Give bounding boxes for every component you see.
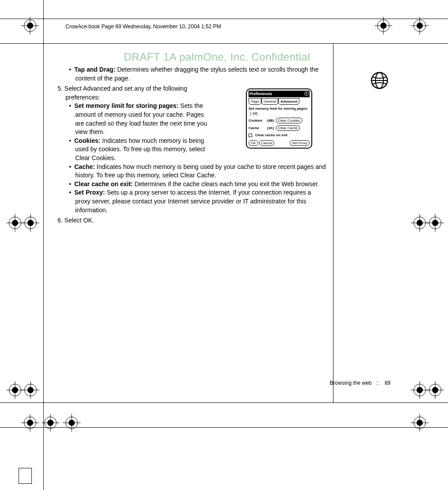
watermark: DRAFT 1A palmOne, Inc. Confidential	[124, 50, 310, 65]
footer-sep: ::	[373, 380, 383, 386]
prefs-screenshot: Preferencesi Page General Advanced Set m…	[246, 88, 312, 149]
mem-limit-value[interactable]: 1 MB	[249, 111, 259, 116]
clear-on-exit-checkbox[interactable]	[249, 134, 252, 137]
proxy-label: Set Proxy:	[74, 189, 105, 196]
globe-icon	[371, 72, 388, 92]
mem-label: Set memory limit for storing pages:	[74, 102, 179, 109]
prefs-title: Preferences	[249, 91, 272, 97]
page-header: CrowAce.book Page 89 Wednesday, November…	[65, 23, 221, 31]
tab-general[interactable]: General	[261, 98, 278, 105]
tap-drag-label: Tap and Drag:	[74, 66, 115, 73]
tab-advanced[interactable]: Advanced	[278, 98, 299, 105]
footer-page: 89	[385, 380, 391, 386]
step-6: 6. Select OK.	[57, 216, 327, 225]
cache-text: Indicates how much memory is being used …	[75, 163, 326, 179]
footer: Browsing the web :: 89	[330, 379, 391, 387]
ok-button[interactable]: OK	[249, 140, 258, 146]
clear-cookies-button[interactable]: Clear Cookies	[276, 118, 302, 123]
crop-box	[19, 468, 32, 484]
cookies-label: Cookies:	[74, 137, 100, 144]
info-icon[interactable]: i	[304, 92, 309, 96]
step-5: 5. Select Advanced and set any of the fo…	[57, 84, 208, 102]
cancel-button[interactable]: Cancel	[259, 140, 275, 146]
footer-section: Browsing the web	[330, 380, 372, 386]
set-proxy-button[interactable]: Set Proxy	[290, 140, 310, 146]
mem-limit-label: Set memory limit for storing pages:	[249, 107, 308, 111]
cookies-size: (0B)	[267, 118, 274, 123]
cache-label: Cache:	[74, 163, 95, 170]
tab-page[interactable]: Page	[249, 98, 261, 105]
cache-size: (1K)	[267, 126, 274, 130]
cookies-stat-label: Cookies	[249, 118, 265, 123]
clear-cache-button[interactable]: Clear Cache	[276, 125, 300, 131]
clear-label: Clear cache on exit:	[74, 180, 133, 188]
clear-text: Determines if the cache clears each time…	[133, 180, 319, 188]
cache-stat-label: Cache	[249, 126, 265, 130]
clear-on-exit-label: Clear cache on exit	[255, 133, 287, 138]
proxy-text: Sets up a proxy server to access the Int…	[75, 189, 311, 213]
